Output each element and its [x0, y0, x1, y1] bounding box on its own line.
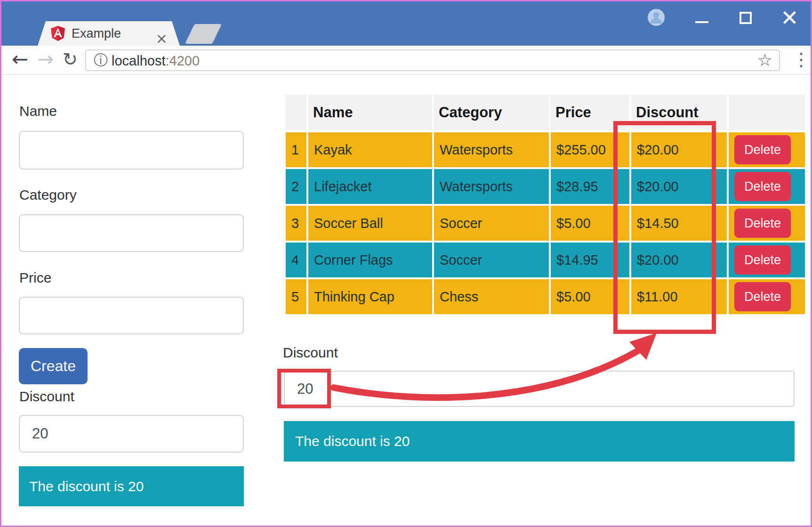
table-header-row: Name Category Price Discount: [286, 95, 805, 130]
row-number: 4: [286, 243, 306, 277]
cell-discount: $14.50: [631, 206, 727, 241]
cell-action: Delete: [729, 132, 805, 167]
table-row: 3 Soccer Ball Soccer $5.00 $14.50 Delete: [286, 206, 805, 241]
delete-button[interactable]: Delete: [734, 135, 791, 164]
cell-price: $14.95: [551, 243, 629, 277]
cell-discount: $11.00: [631, 279, 727, 314]
cell-name: Thinking Cap: [308, 279, 432, 314]
row-number: 3: [286, 206, 306, 241]
title-bar: Example × ✕: [1, 1, 811, 46]
price-input[interactable]: [19, 297, 244, 334]
table-row: 2 Lifejacket Watersports $28.95 $20.00 D…: [286, 169, 805, 204]
back-icon[interactable]: ←: [12, 46, 28, 73]
name-label: Name: [19, 103, 57, 119]
price-label: Price: [19, 270, 51, 286]
category-label: Category: [19, 187, 77, 203]
cell-discount: $20.00: [631, 132, 727, 167]
cell-action: Delete: [729, 243, 805, 277]
window-close-icon[interactable]: ✕: [780, 4, 799, 32]
bookmark-star-icon[interactable]: ☆: [757, 50, 772, 70]
table-row: 4 Corner Flags Soccer $14.95 $20.00 Dele…: [286, 243, 805, 277]
cell-action: Delete: [729, 169, 805, 204]
cell-discount: $20.00: [631, 243, 727, 277]
products-table: Name Category Price Discount 1 Kayak Wat…: [284, 93, 807, 316]
create-button[interactable]: Create: [19, 348, 88, 384]
discount-message-banner: The discount is 20: [19, 466, 244, 506]
header-num: [286, 95, 306, 130]
delete-button[interactable]: Delete: [734, 172, 791, 201]
cell-action: Delete: [729, 206, 805, 241]
header-action: [729, 95, 805, 130]
detail-message-banner: The discount is 20: [284, 421, 795, 462]
header-discount: Discount: [631, 95, 727, 130]
detail-discount-label: Discount: [283, 345, 338, 361]
browser-tab[interactable]: Example ×: [38, 21, 180, 46]
cell-name: Kayak: [308, 132, 432, 167]
url-host: localhost: [112, 53, 165, 68]
page-info-icon[interactable]: ⓘ: [94, 50, 108, 70]
cell-action: Delete: [729, 279, 805, 314]
table-row: 1 Kayak Watersports $255.00 $20.00 Delet…: [286, 132, 805, 167]
browser-window: Example × ✕ ← → ↻ ⓘ localhost:4200 ☆ ⋮ N…: [0, 0, 812, 527]
tab-title: Example: [72, 26, 121, 41]
reload-icon[interactable]: ↻: [63, 46, 78, 73]
url-text[interactable]: localhost:4200: [112, 52, 200, 69]
profile-avatar-icon[interactable]: [647, 8, 665, 26]
cell-price: $5.00: [551, 279, 629, 314]
cell-category: Soccer: [434, 206, 549, 241]
new-tab-button[interactable]: [185, 24, 222, 44]
cell-name: Corner Flags: [308, 243, 432, 277]
discount-input[interactable]: [19, 415, 244, 453]
row-number: 1: [286, 132, 306, 167]
discount-label: Discount: [19, 389, 74, 405]
cell-price: $5.00: [551, 206, 629, 241]
maximize-icon[interactable]: [740, 12, 752, 24]
url-port: :4200: [165, 53, 200, 68]
cell-name: Lifejacket: [308, 169, 432, 204]
detail-discount-input[interactable]: [284, 371, 795, 407]
address-bar[interactable]: ⓘ localhost:4200 ☆: [85, 49, 780, 71]
cell-price: $28.95: [551, 169, 629, 204]
forward-icon[interactable]: →: [37, 46, 54, 73]
header-name: Name: [308, 95, 432, 130]
category-input[interactable]: [19, 214, 244, 252]
header-price: Price: [551, 95, 629, 130]
browser-menu-icon[interactable]: ⋮: [792, 46, 810, 73]
header-category: Category: [434, 95, 549, 130]
cell-category: Soccer: [434, 243, 549, 277]
delete-button[interactable]: Delete: [734, 209, 791, 238]
cell-price: $255.00: [551, 132, 629, 167]
row-number: 5: [286, 279, 306, 314]
row-number: 2: [286, 169, 306, 204]
delete-button[interactable]: Delete: [734, 282, 791, 311]
delete-button[interactable]: Delete: [734, 245, 791, 275]
name-input[interactable]: [19, 131, 244, 170]
cell-discount: $20.00: [631, 169, 727, 204]
browser-toolbar: ← → ↻ ⓘ localhost:4200 ☆ ⋮: [1, 46, 811, 75]
cell-category: Watersports: [434, 169, 549, 204]
table-row: 5 Thinking Cap Chess $5.00 $11.00 Delete: [286, 279, 805, 314]
cell-category: Watersports: [434, 132, 549, 167]
cell-category: Chess: [434, 279, 549, 314]
angular-logo-icon: [51, 26, 65, 41]
minimize-icon[interactable]: [695, 21, 708, 23]
cell-name: Soccer Ball: [308, 206, 432, 241]
